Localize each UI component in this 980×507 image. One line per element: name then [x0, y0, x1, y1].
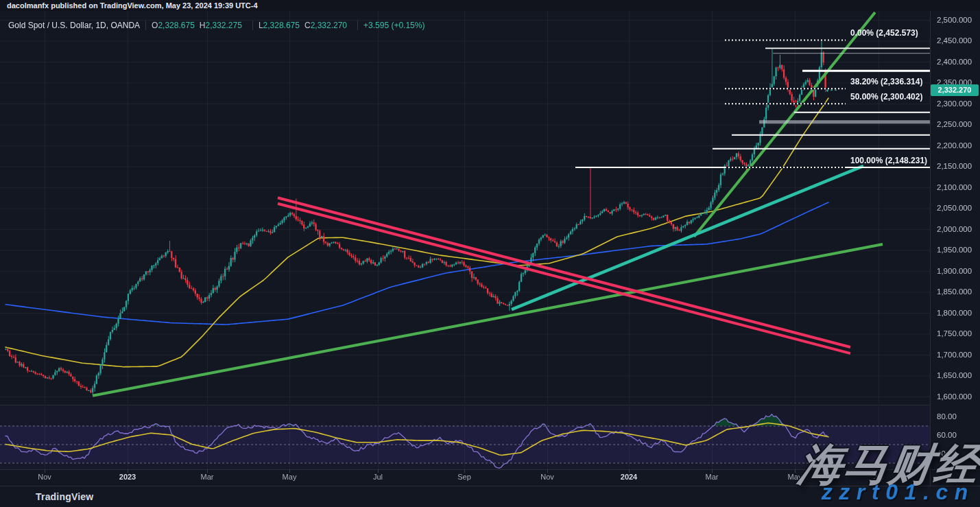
price-chart-canvas[interactable]	[0, 0, 980, 507]
tradingview-wordmark[interactable]: TradingView	[36, 491, 93, 502]
price-axis-label: 2,500.000	[937, 16, 972, 24]
price-axis-label: 1,600.000	[937, 392, 972, 401]
time-axis-label: 2023	[119, 473, 136, 481]
legend-divider	[252, 21, 253, 30]
price-axis-label: 1,750.000	[937, 329, 972, 338]
change-value: +3.595 (+0.15%)	[363, 21, 425, 30]
price-axis-label: 2,200.000	[937, 141, 972, 150]
legend-divider	[357, 21, 358, 30]
price-axis-label: 2,100.000	[937, 183, 972, 191]
price-axis-label: 2,450.000	[937, 36, 972, 45]
ohlc-open: O2,328.675	[152, 21, 195, 30]
tradingview-published-chart: dacolmanfx published on TradingView.com,…	[0, 0, 980, 507]
price-axis-label: 2,250.000	[937, 120, 972, 128]
rsi-axis-label: 80.00	[937, 412, 957, 421]
price-axis-label: 1,850.000	[937, 287, 972, 296]
time-axis-label: Sep	[457, 473, 471, 481]
price-axis-label: 2,150.000	[937, 162, 972, 170]
price-axis-label: 2,000.000	[937, 225, 972, 233]
price-axis-label: 1,900.000	[937, 267, 972, 275]
fib-level-label: 50.00% (2,300.402)	[850, 92, 922, 102]
price-axis-label: 2,400.000	[937, 58, 972, 66]
symbol-title[interactable]: Gold Spot / U.S. Dollar, 1D, OANDA	[8, 21, 140, 30]
chart-legend[interactable]: Gold Spot / U.S. Dollar, 1D, OANDA O2,32…	[8, 21, 425, 30]
price-axis-label: 2,050.000	[937, 204, 972, 212]
ohlc-close: C2,332.270	[304, 21, 347, 30]
ohlc-high: H2,332.275	[200, 21, 242, 30]
publish-info-text: dacolmanfx published on TradingView.com,…	[7, 1, 258, 10]
time-axis-label: Nov	[38, 473, 51, 481]
watermark-site: zzrt01.cn	[822, 480, 975, 505]
fib-level-label: 38.20% (2,336.314)	[850, 77, 922, 86]
legend-divider	[145, 21, 146, 30]
time-axis-label: Nov	[540, 473, 554, 481]
ohlc-low: L2,328.675	[259, 21, 300, 30]
last-price-badge: 2,332.270	[931, 84, 979, 96]
time-axis-label: Jul	[373, 473, 383, 481]
price-axis-label: 1,950.000	[937, 246, 972, 254]
time-axis-label: 2024	[621, 473, 637, 481]
fib-level-label: 100.00% (2,148.231)	[850, 156, 927, 165]
publish-info-bar: dacolmanfx published on TradingView.com,…	[0, 0, 980, 11]
price-axis-label: 1,800.000	[937, 309, 972, 317]
fib-level-label: 0.00% (2,452.573)	[850, 28, 918, 38]
time-axis-label: May	[283, 473, 297, 481]
price-axis-label: 1,700.000	[937, 351, 972, 359]
time-axis-label: Mar	[201, 473, 214, 481]
price-axis-label: 1,650.000	[937, 371, 972, 379]
price-axis-label: 2,300.000	[937, 99, 972, 108]
time-axis-label: Mar	[706, 473, 719, 481]
